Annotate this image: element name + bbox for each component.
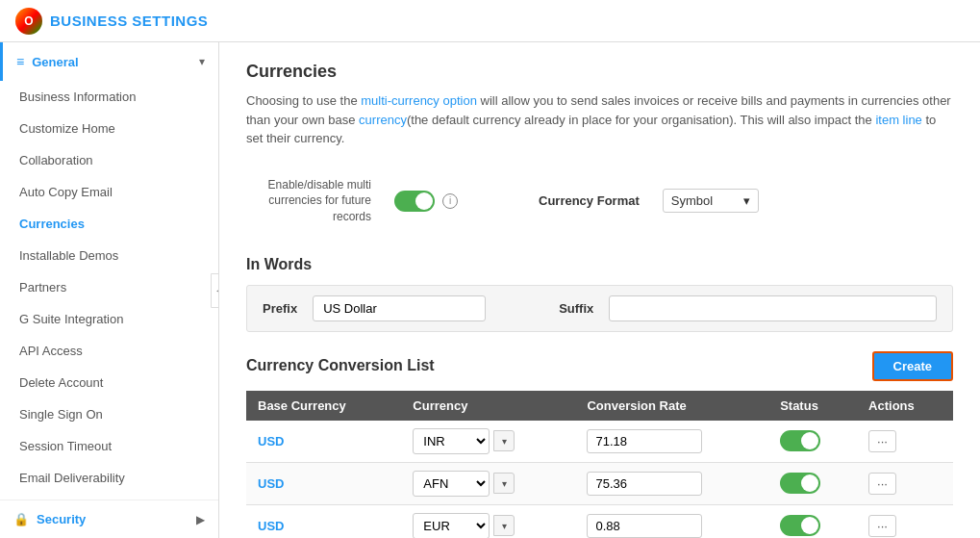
main-layout: ≡ General ▾ Business Information Customi… <box>0 42 980 538</box>
currency-conversion-list-header: Currency Conversion List Create <box>246 351 953 381</box>
sidebar-item-collaboration[interactable]: Collaboration <box>0 144 218 176</box>
app-title: BUSINESS SETTINGS <box>50 13 208 29</box>
chevron-right-icon: ▶ <box>196 513 205 526</box>
prefix-label: Prefix <box>263 301 297 316</box>
in-words-row: Prefix Suffix <box>246 285 953 332</box>
rate-cell-3 <box>575 504 768 538</box>
prefix-input[interactable] <box>313 295 486 321</box>
sidebar-item-delete-account[interactable]: Delete Account <box>0 367 218 398</box>
sidebar-item-session-timeout[interactable]: Session Timeout <box>0 430 218 462</box>
currency-dropdown-1[interactable]: INR <box>413 428 490 454</box>
base-currency-usd-1: USD <box>246 421 401 463</box>
sidebar-item-auto-copy-email[interactable]: Auto Copy Email <box>0 176 218 208</box>
currencies-title: Currencies <box>246 62 953 82</box>
currency-dropdown-3[interactable]: EUR <box>413 513 490 538</box>
table-header: Base Currency Currency Conversion Rate S… <box>246 391 953 421</box>
col-status: Status <box>768 391 857 421</box>
sidebar-security[interactable]: 🔒 Security ▶ <box>0 500 218 538</box>
item-line-link[interactable]: item line <box>875 113 921 127</box>
col-base-currency: Base Currency <box>246 391 401 421</box>
sidebar-menu-items: Business Information Customize Home Coll… <box>0 81 218 494</box>
currency-cell-2: AFN ▾ <box>401 462 575 504</box>
currency-dropdown-arrow-2[interactable]: ▾ <box>493 473 515 494</box>
status-toggle-1[interactable] <box>780 430 820 451</box>
suffix-label: Suffix <box>559 301 593 316</box>
status-cell-1 <box>768 421 857 463</box>
currency-format-select[interactable]: Symbol ▾ <box>663 189 759 213</box>
currency-cell-3: EUR ▾ <box>401 504 575 538</box>
actions-cell-3: ··· <box>857 504 953 538</box>
sidebar: ≡ General ▾ Business Information Customi… <box>0 42 219 538</box>
base-currency-usd-2: USD <box>246 462 401 504</box>
currency-dropdown-arrow-1[interactable]: ▾ <box>493 430 515 451</box>
sidebar-item-email-deliverability[interactable]: Email Deliverability <box>0 462 218 494</box>
actions-button-1[interactable]: ··· <box>868 430 896 452</box>
currency-cell-1: INR ▾ <box>401 421 575 463</box>
suffix-input[interactable] <box>609 295 937 321</box>
sidebar-item-customize-home[interactable]: Customize Home <box>0 113 218 144</box>
toggle-container: i <box>394 191 458 212</box>
sidebar-general-header[interactable]: ≡ General ▾ <box>0 42 218 81</box>
enable-label: Enable/disable multi currencies for futu… <box>246 177 371 225</box>
logo-text: O <box>24 14 33 28</box>
rate-cell-1 <box>575 421 768 463</box>
table-body: USD INR ▾ <box>246 421 953 538</box>
conversion-table: Base Currency Currency Conversion Rate S… <box>246 391 953 538</box>
sidebar-item-currencies[interactable]: Currencies <box>0 208 218 240</box>
rate-input-3[interactable] <box>587 514 702 538</box>
currency-format-label: Currency Format <box>539 193 640 208</box>
security-label: 🔒 Security <box>13 512 86 526</box>
sidebar-item-single-sign-on[interactable]: Single Sign On <box>0 398 218 430</box>
currency-format-value: Symbol <box>671 193 713 208</box>
desc-text-1: Choosing to use the <box>246 93 361 108</box>
table-row: USD INR ▾ <box>246 421 953 463</box>
currency-select-1: INR ▾ <box>413 428 564 454</box>
col-currency: Currency <box>401 391 575 421</box>
create-button[interactable]: Create <box>872 351 953 381</box>
rate-input-1[interactable] <box>587 429 702 453</box>
main-content: Currencies Choosing to use the multi-cur… <box>219 42 980 538</box>
col-conversion-rate: Conversion Rate <box>575 391 768 421</box>
rate-input-2[interactable] <box>587 472 702 496</box>
table-row: USD EUR ▾ <box>246 504 953 538</box>
dropdown-arrow-icon: ▾ <box>743 193 750 208</box>
currency-link[interactable]: currency <box>359 113 407 127</box>
multi-currency-link[interactable]: multi-currency option <box>361 93 477 108</box>
sidebar-collapse-button[interactable]: ◀ <box>211 273 219 308</box>
info-icon[interactable]: i <box>442 193 458 209</box>
sidebar-item-business-information[interactable]: Business Information <box>0 81 218 113</box>
status-cell-2 <box>768 462 857 504</box>
currency-dropdown-2[interactable]: AFN <box>413 471 490 497</box>
status-toggle-2[interactable] <box>780 473 820 494</box>
table-row: USD AFN ▾ <box>246 462 953 504</box>
currency-select-3: EUR ▾ <box>413 513 564 538</box>
sidebar-general-label: ≡ General <box>16 54 79 69</box>
col-actions: Actions <box>857 391 953 421</box>
enable-multi-currency-row: Enable/disable multi currencies for futu… <box>246 166 953 237</box>
actions-button-3[interactable]: ··· <box>868 515 896 537</box>
sidebar-item-partners[interactable]: Partners <box>0 271 218 303</box>
sidebar-item-installable-demos[interactable]: Installable Demos <box>0 240 218 271</box>
chevron-down-icon: ▾ <box>199 55 205 68</box>
ccl-title: Currency Conversion List <box>246 357 435 374</box>
sidebar-item-g-suite-integration[interactable]: G Suite Integration <box>0 303 218 335</box>
rate-cell-2 <box>575 462 768 504</box>
general-icon: ≡ <box>16 54 24 69</box>
base-currency-usd-3: USD <box>246 504 401 538</box>
sidebar-item-api-access[interactable]: API Access <box>0 335 218 367</box>
lock-icon: 🔒 <box>13 512 29 526</box>
in-words-title: In Words <box>246 256 953 273</box>
actions-cell-2: ··· <box>857 462 953 504</box>
top-header: O BUSINESS SETTINGS <box>0 0 980 42</box>
desc-text-3: (the default currency already in place f… <box>407 113 876 127</box>
status-toggle-3[interactable] <box>780 515 820 536</box>
actions-button-2[interactable]: ··· <box>868 473 896 495</box>
multi-currency-toggle[interactable] <box>394 191 435 212</box>
app-logo: O <box>15 8 42 35</box>
currency-dropdown-arrow-3[interactable]: ▾ <box>493 515 515 536</box>
currency-select-2: AFN ▾ <box>413 471 564 497</box>
actions-cell-1: ··· <box>857 421 953 463</box>
status-cell-3 <box>768 504 857 538</box>
currencies-description: Choosing to use the multi-currency optio… <box>246 91 953 148</box>
